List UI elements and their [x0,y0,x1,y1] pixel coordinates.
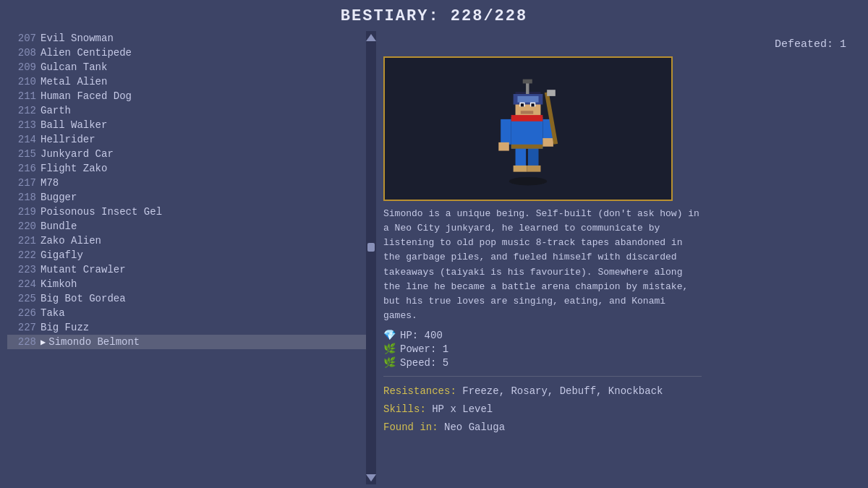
list-item[interactable]: 208Alien Centipede [7,46,376,60]
hp-value: HP: 400 [400,330,443,341]
list-item[interactable]: 209Gulcan Tank [7,60,376,74]
stats-group: 💎 HP: 400 🌿 Power: 1 🌿 Speed: 5 [383,329,854,369]
list-item[interactable]: 217M78 [7,176,376,190]
item-number: 222 [9,249,36,261]
svg-rect-9 [498,142,509,151]
svg-rect-20 [531,103,534,106]
item-number: 221 [9,235,36,247]
item-name: Gulcan Tank [41,61,107,73]
speed-value: Speed: 5 [400,357,448,369]
skills-line: Skills: HP x Level [383,402,854,417]
list-item[interactable]: 210Metal Alien [7,74,376,89]
resistances-label: Resistances: [383,385,456,397]
item-name: Simondo Belmont [48,336,140,348]
item-name: Big Fuzz [41,322,89,333]
svg-rect-12 [547,90,556,96]
skills-value2: HP x Level [432,403,493,415]
item-number: 212 [9,105,36,116]
item-number: 211 [9,90,36,102]
item-name: Ball Walker [41,119,107,131]
svg-rect-22 [511,115,543,121]
item-name: Evil Snowman [41,33,114,44]
list-item[interactable]: 211Human Faced Dog [7,89,376,103]
stat-power: 🌿 Power: 1 [383,343,854,355]
item-name: Metal Alien [41,76,107,87]
item-number: 220 [9,221,36,232]
list-item[interactable]: 225Big Bot Gordea [7,291,376,306]
scroll-up-arrow[interactable] [366,34,376,41]
item-number: 216 [9,163,36,174]
item-name: Hellrider [41,134,95,145]
list-item[interactable]: 214Hellrider [7,132,376,147]
item-number: 214 [9,134,36,145]
item-name: Alien Centipede [41,47,132,59]
list-item[interactable]: 221Zako Alien [7,234,376,248]
list-item[interactable]: 227Big Fuzz [7,320,376,335]
svg-rect-19 [521,103,524,106]
divider [383,376,702,377]
svg-rect-21 [521,111,533,114]
item-number: 219 [9,206,36,218]
item-name: Human Faced Dog [41,90,132,102]
creature-image-box [383,56,673,201]
item-name: Garth [41,105,71,116]
item-name: Zako Alien [41,235,101,247]
svg-point-0 [509,177,547,186]
list-item[interactable]: 226Taka [7,306,376,320]
list-container: 207Evil Snowman208Alien Centipede209Gulc… [0,31,376,484]
item-number: 209 [9,61,36,73]
list-item[interactable]: 218Bugger [7,190,376,205]
list-item[interactable]: 212Garth [7,103,376,118]
item-number: 213 [9,119,36,131]
list-item[interactable]: 220Bundle [7,219,376,234]
scroll-down-arrow[interactable] [366,474,376,481]
item-number: 210 [9,76,36,87]
detail-panel: Defeated: 1 [376,31,868,484]
svg-rect-5 [511,117,543,149]
list-item[interactable]: 219Poisonous Insect Gel [7,205,376,219]
found-label: Found in: [383,421,438,433]
hp-icon: 💎 [383,329,396,341]
list-item[interactable]: 224Kimkoh [7,277,376,291]
svg-rect-7 [501,119,511,145]
info-section: Resistances: Freeze, Rosary, Debuff, Kno… [383,384,854,435]
svg-rect-6 [511,145,543,149]
list-item[interactable]: 213Ball Walker [7,118,376,132]
item-name: Flight Zako [41,163,107,174]
power-icon: 🌿 [383,343,396,355]
item-number: 224 [9,278,36,290]
svg-rect-24 [523,80,532,84]
scroll-thumb[interactable] [367,243,375,252]
list-item[interactable]: 222Gigafly [7,248,376,262]
item-name: Kimkoh [41,278,77,290]
list-item[interactable]: 228▶ Simondo Belmont [7,335,376,349]
item-number: 218 [9,192,36,203]
scrollbar-track [366,31,376,484]
item-number: 215 [9,148,36,160]
list-panel: 207Evil Snowman208Alien Centipede209Gulc… [0,31,376,484]
stat-speed: 🌿 Speed: 5 [383,356,854,369]
item-number: 223 [9,264,36,275]
item-name: Poisonous Insect Gel [41,206,162,218]
selected-arrow: ▶ [41,337,46,348]
item-number: 207 [9,33,36,44]
speed-icon: 🌿 [383,356,396,369]
list-item[interactable]: 216Flight Zako [7,161,376,176]
item-number: 227 [9,322,36,333]
list-item[interactable]: 223Mutant Crawler [7,262,376,277]
defeated-label: Defeated: 1 [383,38,854,51]
power-value: Power: 1 [400,343,448,355]
list-item[interactable]: 207Evil Snowman [7,31,376,46]
item-name: Big Bot Gordea [41,293,126,304]
stat-hp: 💎 HP: 400 [383,329,854,341]
found-line: Found in: Neo Galuga [383,420,854,435]
item-name: Junkyard Car [41,148,114,160]
list-item[interactable]: 215Junkyard Car [7,147,376,161]
svg-rect-16 [517,96,538,103]
skills-label: Skills: [383,403,426,415]
item-name: Mutant Crawler [41,264,126,275]
item-number: 228 [9,336,36,348]
main-layout: 207Evil Snowman208Alien Centipede209Gulc… [0,31,868,484]
item-number: 225 [9,293,36,304]
item-name: M78 [41,177,59,189]
